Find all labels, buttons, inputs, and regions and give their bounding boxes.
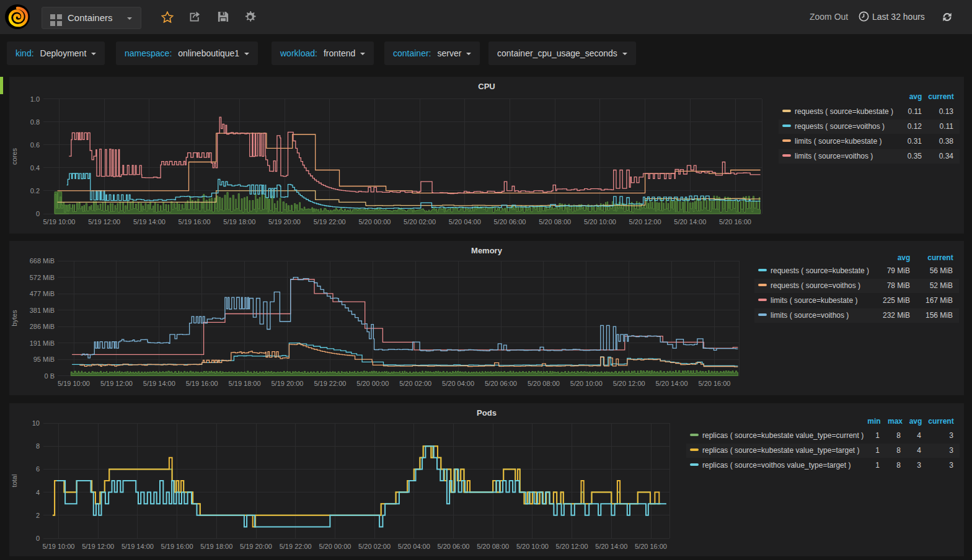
svg-text:668 MiB: 668 MiB: [30, 257, 55, 265]
svg-text:5/20 14:00: 5/20 14:00: [656, 380, 688, 387]
svg-text:5/19 14:00: 5/19 14:00: [122, 543, 154, 550]
svg-text:5/20 06:00: 5/20 06:00: [485, 380, 517, 387]
svg-text:5/19 20:00: 5/19 20:00: [268, 218, 301, 225]
svg-text:5/20 14:00: 5/20 14:00: [595, 543, 627, 550]
svg-text:5/20 08:00: 5/20 08:00: [528, 380, 560, 387]
svg-text:5/20 00:00: 5/20 00:00: [319, 543, 351, 550]
svg-text:5/20 02:00: 5/20 02:00: [358, 543, 391, 550]
svg-text:total: total: [11, 475, 18, 488]
svg-text:5/20 12:00: 5/20 12:00: [629, 218, 661, 225]
svg-text:0.6: 0.6: [30, 141, 40, 149]
svg-text:5/20 08:00: 5/20 08:00: [539, 218, 571, 225]
svg-text:5/20 04:00: 5/20 04:00: [398, 543, 430, 550]
svg-text:5/20 08:00: 5/20 08:00: [477, 543, 509, 550]
svg-text:5/19 10:00: 5/19 10:00: [43, 543, 75, 550]
svg-text:5/19 18:00: 5/19 18:00: [229, 380, 261, 387]
svg-text:5/20 04:00: 5/20 04:00: [442, 380, 474, 387]
svg-text:0: 0: [36, 535, 40, 542]
svg-text:0.2: 0.2: [30, 187, 40, 195]
svg-text:0.8: 0.8: [30, 118, 40, 126]
svg-text:5/20 12:00: 5/20 12:00: [613, 380, 645, 387]
svg-text:5/19 12:00: 5/19 12:00: [82, 543, 114, 550]
svg-text:bytes: bytes: [11, 310, 18, 326]
svg-text:5/20 10:00: 5/20 10:00: [584, 218, 616, 225]
svg-text:5/19 18:00: 5/19 18:00: [223, 218, 255, 225]
svg-text:2: 2: [36, 512, 40, 519]
svg-text:5/20 16:00: 5/20 16:00: [635, 543, 667, 550]
svg-text:5/19 22:00: 5/19 22:00: [314, 218, 346, 225]
svg-text:10: 10: [32, 419, 40, 427]
svg-text:5/19 14:00: 5/19 14:00: [133, 218, 166, 225]
svg-text:5/20 06:00: 5/20 06:00: [494, 218, 526, 225]
svg-text:5/19 10:00: 5/19 10:00: [58, 380, 90, 387]
svg-text:5/19 12:00: 5/19 12:00: [100, 380, 133, 387]
svg-text:8: 8: [36, 442, 40, 450]
svg-text:5/20 16:00: 5/20 16:00: [719, 218, 751, 225]
svg-text:5/20 02:00: 5/20 02:00: [399, 380, 431, 387]
svg-text:0: 0: [36, 210, 40, 217]
svg-text:5/19 18:00: 5/19 18:00: [200, 543, 232, 550]
svg-text:5/19 16:00: 5/19 16:00: [179, 218, 211, 225]
svg-text:5/20 00:00: 5/20 00:00: [358, 218, 391, 225]
svg-text:cores: cores: [11, 148, 18, 165]
svg-text:5/20 02:00: 5/20 02:00: [404, 218, 436, 225]
svg-text:5/20 10:00: 5/20 10:00: [570, 380, 603, 387]
svg-text:5/20 12:00: 5/20 12:00: [556, 543, 588, 550]
svg-text:477 MiB: 477 MiB: [30, 290, 55, 297]
svg-text:5/19 22:00: 5/19 22:00: [280, 543, 312, 550]
svg-text:5/20 00:00: 5/20 00:00: [356, 380, 389, 387]
svg-text:572 MiB: 572 MiB: [30, 274, 55, 281]
svg-text:5/19 16:00: 5/19 16:00: [161, 543, 193, 550]
svg-text:286 MiB: 286 MiB: [30, 323, 55, 330]
svg-text:5/20 06:00: 5/20 06:00: [438, 543, 470, 550]
svg-text:5/19 20:00: 5/19 20:00: [272, 380, 304, 387]
svg-text:95 MiB: 95 MiB: [33, 356, 55, 363]
svg-text:5/19 10:00: 5/19 10:00: [43, 218, 76, 225]
svg-text:6: 6: [36, 465, 40, 473]
svg-text:5/20 16:00: 5/20 16:00: [699, 380, 731, 387]
svg-text:381 MiB: 381 MiB: [30, 307, 55, 314]
svg-text:1.0: 1.0: [30, 95, 40, 103]
svg-text:5/19 14:00: 5/19 14:00: [143, 380, 175, 387]
svg-text:5/20 04:00: 5/20 04:00: [449, 218, 481, 225]
svg-text:4: 4: [36, 489, 40, 496]
svg-text:0 B: 0 B: [44, 372, 55, 380]
svg-text:0.4: 0.4: [30, 164, 40, 172]
svg-text:5/20 14:00: 5/20 14:00: [674, 218, 706, 225]
svg-text:5/20 10:00: 5/20 10:00: [516, 543, 549, 550]
svg-text:5/19 16:00: 5/19 16:00: [186, 380, 218, 387]
svg-text:5/19 12:00: 5/19 12:00: [88, 218, 120, 225]
svg-text:5/19 20:00: 5/19 20:00: [240, 543, 272, 550]
svg-text:191 MiB: 191 MiB: [30, 339, 55, 347]
svg-text:5/19 22:00: 5/19 22:00: [314, 380, 346, 387]
